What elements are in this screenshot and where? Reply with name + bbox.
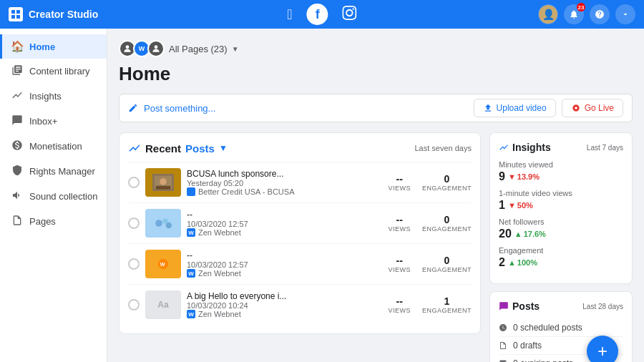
scheduled-posts-row: 0 scheduled posts — [499, 319, 623, 337]
post-bar: Post something... Upload video Go Live — [119, 94, 633, 122]
views-block-2: -- VIEWS — [388, 255, 411, 273]
recent-label: Recent — [145, 142, 181, 155]
upload-video-button[interactable]: Upload video — [474, 99, 556, 117]
pages-icon — [11, 215, 24, 228]
post-title-1: -- — [187, 210, 301, 220]
post-item-1[interactable]: -- 10/03/2020 12:57 W Zen Webnet -- VIEW… — [128, 202, 472, 243]
sidebar-item-sound[interactable]: Sound collection — [0, 184, 107, 209]
post-checkbox-3[interactable] — [128, 299, 140, 310]
posts-card-title-text: Posts — [512, 300, 540, 312]
golive-label: Go Live — [585, 103, 614, 113]
insight-change-2: ▲ 17.6% — [514, 230, 546, 238]
engagement-block-0: 0 ENGAGEMENT — [422, 173, 472, 192]
page-selector[interactable]: W All Pages (23) ▼ — [119, 40, 633, 57]
post-something-btn[interactable]: Post something... — [128, 103, 215, 114]
views-val-3: -- — [388, 295, 411, 307]
main-column: Recent Posts ▼ Last seven days — [119, 132, 481, 362]
facebook-tab[interactable]:  — [287, 6, 292, 23]
post-placeholder: Post something... — [144, 103, 215, 114]
post-item-0[interactable]: BCUSA lunch sponsore... Yesterday 05:20 … — [128, 162, 472, 202]
sidebar-item-pages[interactable]: Pages — [0, 209, 107, 234]
source-icon-2: W — [187, 269, 195, 278]
fab-button[interactable]: + — [587, 336, 618, 362]
insight-change-text-3: 100% — [517, 258, 537, 267]
sidebar-item-content-library[interactable]: Content library — [0, 59, 107, 84]
content-library-icon — [11, 64, 24, 78]
posts-card-header: Posts Last 28 days — [499, 300, 623, 312]
post-info-3: A big Hello to everyone i... 10/03/2020 … — [187, 291, 382, 318]
clock-icon — [499, 323, 507, 332]
post-title-3: A big Hello to everyone i... — [187, 291, 301, 301]
engagement-val-2: 0 — [422, 255, 472, 266]
time-range-label: Last seven days — [415, 144, 472, 152]
post-item-3[interactable]: Aa A big Hello to everyone i... 10/03/20… — [128, 284, 472, 325]
insight-number-2: 20 — [499, 228, 512, 240]
post-checkbox-1[interactable] — [128, 217, 140, 229]
dropdown-arrow-icon[interactable]: ▼ — [219, 143, 228, 153]
sidebar-item-monetisation[interactable]: Monetisation — [0, 134, 107, 159]
post-thumb-3: Aa — [145, 290, 181, 319]
sidebar-label-home: Home — [29, 41, 55, 52]
svg-rect-0 — [11, 10, 15, 14]
notifications-button[interactable]: 23 — [564, 4, 584, 24]
insight-change-text-1: 50% — [517, 201, 533, 210]
insights-card-icon — [499, 142, 509, 152]
source-text-2: Zen Webnet — [198, 269, 241, 278]
inbox-icon — [11, 114, 24, 128]
insights-card: Insights Last 7 days Minutes viewed 9 ▼ … — [489, 132, 633, 284]
top-navigation: Creator Studio  f 👤 23 — [0, 0, 644, 29]
post-title-2: -- — [187, 250, 301, 260]
views-label-2: VIEWS — [388, 266, 411, 273]
sidebar-item-insights[interactable]: Insights — [0, 84, 107, 109]
insight-label-1: 1-minute video views — [499, 189, 623, 197]
source-icon-1: W — [187, 228, 195, 237]
insights-icon — [11, 89, 24, 103]
post-checkbox-2[interactable] — [128, 258, 140, 270]
insight-change-text-0: 13.9% — [517, 172, 540, 181]
sidebar-item-home[interactable]: 🏠 Home — [0, 34, 107, 59]
help-button[interactable] — [590, 4, 610, 24]
sidebar-item-inbox[interactable]: Inbox+ — [0, 109, 107, 134]
source-text-3: Zen Webnet — [198, 310, 241, 318]
post-source-0: Better Credit USA - BCUSA — [187, 187, 382, 196]
facebook-icon-circle[interactable]: f — [307, 4, 328, 25]
engagement-label-0: ENGAGEMENT — [422, 185, 472, 192]
post-source-1: W Zen Webnet — [187, 228, 382, 237]
views-val-2: -- — [388, 255, 411, 266]
sidebar-label-content: Content library — [29, 66, 90, 77]
drafts-label: 0 drafts — [513, 341, 542, 351]
post-checkbox-0[interactable] — [128, 177, 140, 188]
instagram-icon[interactable] — [343, 6, 357, 24]
insight-change-0: ▼ 13.9% — [508, 172, 540, 181]
svg-point-15 — [166, 222, 172, 228]
main-layout: 🏠 Home Content library Insights Inbox+ — [0, 29, 644, 362]
insight-row-2: Net followers 20 ▲ 17.6% — [499, 217, 623, 240]
sidebar-label-inbox: Inbox+ — [29, 116, 57, 127]
post-info-2: -- 10/03/2020 12:57 W Zen Webnet — [187, 250, 382, 278]
svg-rect-11 — [156, 186, 170, 190]
brand-label: Creator Studio — [29, 9, 98, 20]
insight-number-1: 1 — [499, 199, 505, 212]
sidebar-label-rights: Rights Manager — [29, 166, 95, 177]
recent-posts-header: Recent Posts ▼ Last seven days — [128, 142, 472, 155]
monetisation-icon — [11, 140, 24, 153]
insight-label-2: Net followers — [499, 217, 623, 226]
recent-posts-title-row: Recent Posts ▼ — [128, 142, 228, 155]
go-live-button[interactable]: Go Live — [562, 99, 623, 117]
engagement-val-1: 0 — [422, 214, 472, 225]
creator-studio-logo — [9, 7, 23, 21]
sound-icon — [11, 190, 24, 203]
post-thumb-1 — [145, 209, 181, 238]
svg-rect-3 — [16, 15, 20, 19]
insight-label-3: Engagement — [499, 246, 623, 255]
recent-posts-card: Recent Posts ▼ Last seven days — [119, 132, 481, 334]
more-button[interactable] — [615, 4, 635, 24]
svg-point-5 — [155, 45, 158, 49]
sidebar-label-sound: Sound collection — [29, 191, 97, 202]
post-item-2[interactable]: W -- 10/03/2020 12:57 W Zen Webnet — [128, 243, 472, 284]
sidebar-item-rights-manager[interactable]: Rights Manager — [0, 159, 107, 184]
views-block-0: -- VIEWS — [388, 173, 411, 192]
source-icon-0 — [187, 187, 195, 196]
posts-card-sub-text: Last 28 days — [582, 303, 623, 310]
avatar-button[interactable]: 👤 — [538, 4, 558, 24]
